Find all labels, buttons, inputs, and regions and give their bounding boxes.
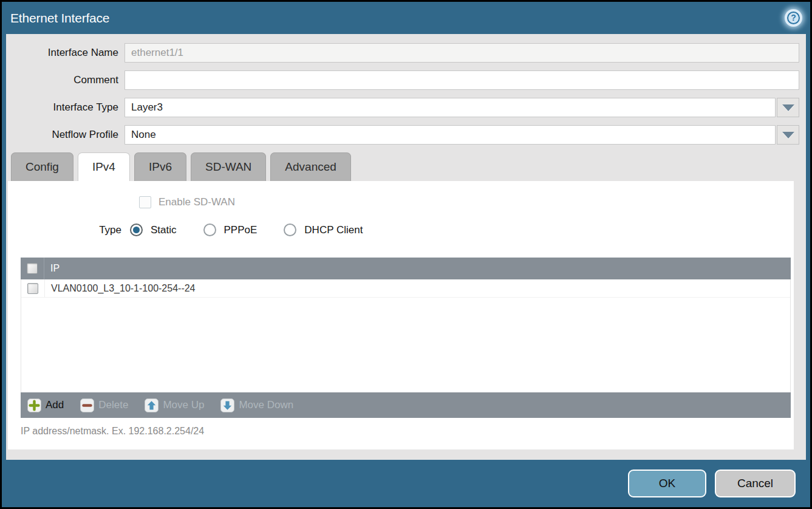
dialog-footer: OK Cancel: [2, 460, 810, 507]
select-all-checkbox[interactable]: [27, 263, 38, 274]
dialog-title: Ethernet Interface: [10, 11, 109, 26]
enable-sdwan-label: Enable SD-WAN: [159, 196, 235, 208]
tab-config[interactable]: Config: [11, 152, 73, 181]
arrow-down-icon: [220, 398, 234, 412]
ok-button[interactable]: OK: [628, 470, 706, 497]
row-checkbox[interactable]: [27, 283, 38, 294]
ip-format-hint: IP address/netmask. Ex. 192.168.2.254/24: [21, 426, 204, 437]
form-row-comment: Comment: [6, 70, 806, 90]
cancel-button[interactable]: Cancel: [715, 470, 796, 497]
radio-static[interactable]: [130, 224, 143, 236]
netflow-profile-select[interactable]: None: [125, 125, 776, 145]
radio-option-pppoe[interactable]: PPPoE: [203, 224, 258, 236]
move-down-button[interactable]: Move Down: [220, 398, 293, 412]
ip-table-body: VLAN0100_L3_10-1-100-254--24: [21, 279, 791, 392]
add-button[interactable]: Add: [27, 398, 64, 412]
tab-ipv4[interactable]: IPv4: [78, 152, 130, 181]
interface-type-select[interactable]: Layer3: [125, 98, 776, 117]
ip-row-value: VLAN0100_L3_10-1-100-254--24: [45, 283, 196, 294]
tab-ipv6[interactable]: IPv6: [134, 152, 186, 181]
comment-label: Comment: [6, 74, 125, 86]
form-row-netflow-profile: Netflow Profile None: [6, 125, 806, 145]
delete-button[interactable]: Delete: [80, 398, 128, 412]
ip-table-header: IP: [21, 258, 791, 279]
table-toolbar: Add Delete Move Up: [21, 392, 791, 418]
tab-advanced[interactable]: Advanced: [270, 152, 351, 181]
chevron-down-icon: [782, 104, 794, 111]
comment-field[interactable]: [125, 70, 799, 90]
netflow-profile-label: Netflow Profile: [6, 129, 125, 141]
radio-option-dhcp-client[interactable]: DHCP Client: [284, 224, 363, 236]
interface-type-dropdown-button[interactable]: [777, 98, 799, 117]
form-row-interface-type: Interface Type Layer3: [6, 98, 806, 117]
ip-column-header: IP: [44, 263, 60, 274]
dialog-titlebar: Ethernet Interface ?: [2, 2, 810, 34]
ip-table: IP VLAN0100_L3_10-1-100-254--24: [21, 258, 791, 418]
tab-sd-wan[interactable]: SD-WAN: [191, 152, 266, 181]
enable-sdwan-row: Enable SD-WAN: [139, 196, 235, 208]
interface-name-field: [125, 43, 799, 63]
radio-pppoe[interactable]: [203, 224, 216, 236]
table-row[interactable]: VLAN0100_L3_10-1-100-254--24: [21, 279, 790, 298]
radio-dhcp-client-label: DHCP Client: [304, 224, 363, 236]
interface-name-label: Interface Name: [6, 47, 125, 59]
plus-icon: [27, 398, 41, 412]
help-icon[interactable]: ?: [785, 9, 802, 27]
radio-dhcp-client[interactable]: [284, 224, 296, 236]
form-row-interface-name: Interface Name: [6, 43, 806, 63]
radio-option-static[interactable]: Static: [130, 224, 177, 236]
radio-static-label: Static: [151, 224, 177, 236]
netflow-profile-dropdown-button[interactable]: [777, 125, 799, 145]
ethernet-interface-dialog: Ethernet Interface ? Interface Name Comm…: [0, 0, 812, 509]
radio-pppoe-label: PPPoE: [224, 224, 258, 236]
minus-icon: [80, 398, 94, 412]
chevron-down-icon: [782, 132, 794, 138]
tab-strip: Config IPv4 IPv6 SD-WAN Advanced: [11, 152, 806, 181]
type-radio-group: Type Static PPPoE DHCP Client: [8, 224, 794, 236]
interface-type-label: Interface Type: [6, 101, 125, 114]
ipv4-tab-panel: Enable SD-WAN Type Static PPPoE DHCP Cli…: [8, 181, 794, 449]
enable-sdwan-checkbox: [139, 196, 151, 208]
move-up-button[interactable]: Move Up: [145, 398, 204, 412]
arrow-up-icon: [145, 398, 159, 412]
dialog-body: Interface Name Comment Interface Type La…: [6, 34, 806, 460]
type-label: Type: [8, 224, 130, 236]
